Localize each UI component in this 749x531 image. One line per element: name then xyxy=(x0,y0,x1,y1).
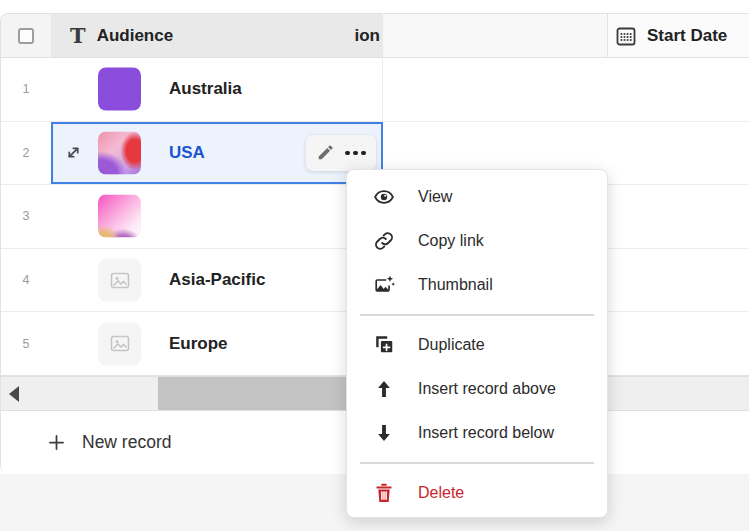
audience-cell[interactable]: Australia xyxy=(51,58,383,121)
audience-cell[interactable]: Europe xyxy=(51,312,383,375)
records-table-screen: T Audience ion Start Date xyxy=(0,0,749,531)
text-type-icon: T xyxy=(70,25,86,46)
row-number: 2 xyxy=(1,122,51,185)
record-title-link[interactable]: USA xyxy=(169,143,205,163)
row-number: 5 xyxy=(1,312,51,375)
eye-icon xyxy=(372,185,396,209)
row-number: 3 xyxy=(1,185,51,248)
arrow-up-icon xyxy=(372,377,396,401)
record-thumbnail[interactable] xyxy=(98,131,141,174)
expand-icon xyxy=(63,142,84,163)
calendar-icon xyxy=(614,24,638,48)
record-thumbnail-placeholder[interactable] xyxy=(98,322,141,365)
arrow-down-icon xyxy=(372,421,396,445)
record-title: Europe xyxy=(169,334,228,354)
menu-item-insert-above[interactable]: Insert record above xyxy=(347,367,607,411)
select-all-cell xyxy=(1,14,51,57)
table-row[interactable]: 1 Australia xyxy=(1,58,749,122)
record-thumbnail-placeholder[interactable] xyxy=(98,259,141,302)
image-placeholder-icon xyxy=(108,268,132,292)
record-title: Australia xyxy=(169,79,242,99)
menu-item-insert-below[interactable]: Insert record below xyxy=(347,411,607,455)
link-icon xyxy=(372,229,396,253)
more-actions-button[interactable] xyxy=(345,151,366,156)
audience-cell[interactable]: Asia-Pacific xyxy=(51,249,383,312)
pencil-icon xyxy=(316,143,335,162)
table-header-row: T Audience ion Start Date xyxy=(1,14,749,58)
menu-item-copy-link[interactable]: Copy link xyxy=(347,219,607,263)
new-record-label: New record xyxy=(82,432,171,453)
row-context-menu: View Copy link Thumbnail xyxy=(346,169,608,518)
row-number: 1 xyxy=(1,58,51,121)
menu-divider xyxy=(360,462,594,464)
menu-item-delete[interactable]: Delete xyxy=(347,471,607,515)
menu-item-thumbnail[interactable]: Thumbnail xyxy=(347,263,607,307)
record-thumbnail[interactable] xyxy=(98,68,141,111)
column-header-clipped-label: ion xyxy=(355,14,381,57)
audience-cell-selected[interactable]: USA xyxy=(51,122,383,185)
scroll-left-arrow-icon[interactable] xyxy=(9,386,19,402)
audience-cell[interactable] xyxy=(51,185,383,248)
row-actions xyxy=(306,135,376,171)
column-header-start-date-label: Start Date xyxy=(647,26,727,46)
column-header-description-body[interactable] xyxy=(383,14,608,57)
column-header-audience[interactable]: T Audience ion xyxy=(51,14,383,57)
plus-icon xyxy=(46,432,67,453)
image-sparkle-icon xyxy=(372,273,396,297)
column-header-audience-label: Audience xyxy=(97,26,174,46)
column-header-start-date[interactable]: Start Date xyxy=(608,14,749,57)
edit-button[interactable] xyxy=(316,143,335,162)
menu-divider xyxy=(360,314,594,316)
trash-icon xyxy=(372,481,396,505)
menu-item-view[interactable]: View xyxy=(347,175,607,219)
menu-item-duplicate[interactable]: Duplicate xyxy=(347,323,607,367)
row-number: 4 xyxy=(1,249,51,312)
record-title: Asia-Pacific xyxy=(169,270,265,290)
expand-record-button[interactable] xyxy=(61,141,85,165)
duplicate-plus-icon xyxy=(372,333,396,357)
select-all-checkbox[interactable] xyxy=(18,28,34,44)
record-thumbnail[interactable] xyxy=(98,195,141,238)
image-placeholder-icon xyxy=(108,332,132,356)
